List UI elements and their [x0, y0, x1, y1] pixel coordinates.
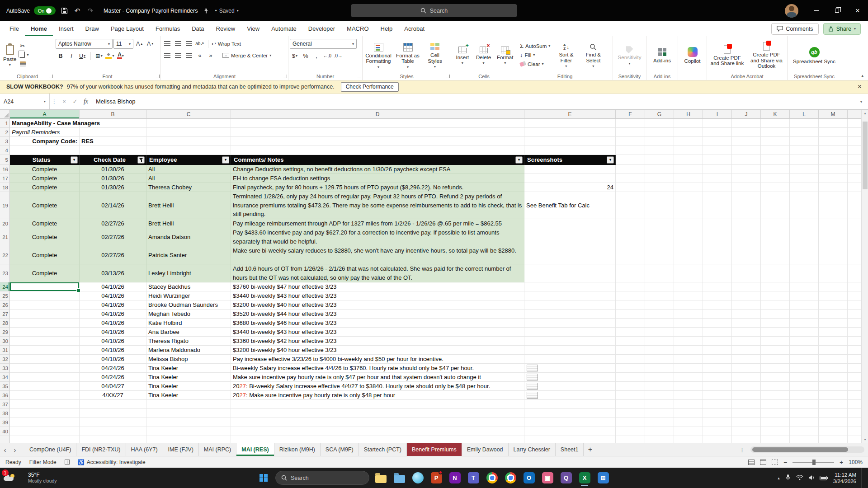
cell-C28[interactable]: Katie Holbird	[146, 319, 231, 328]
cell-H16[interactable]	[674, 165, 703, 174]
cell-G39[interactable]	[645, 418, 674, 427]
shrink-font-button[interactable]: A▾	[145, 39, 155, 49]
cell-C1[interactable]	[146, 119, 231, 128]
cell-M40[interactable]	[819, 427, 848, 436]
cell-D20[interactable]: Pay mileage reimbursement through ADP fo…	[231, 219, 524, 228]
cell-G36[interactable]	[645, 391, 674, 400]
cell-F26[interactable]	[616, 300, 645, 310]
row-header-3[interactable]: 3	[0, 137, 10, 146]
ribbon-tab-draw[interactable]: Draw	[80, 21, 105, 36]
row-header-40[interactable]: 40	[0, 427, 10, 436]
cell-M23[interactable]	[819, 264, 848, 282]
cell-C16[interactable]: All	[146, 165, 231, 174]
insert-function-button[interactable]: fx	[80, 98, 91, 105]
cell-D27[interactable]: $3520 bi-weekly $44 hour effective 3/23	[231, 310, 524, 319]
cell-M5[interactable]	[819, 155, 848, 165]
cell-C37[interactable]	[146, 400, 231, 409]
zoom-slider[interactable]	[793, 462, 834, 463]
cell-L3[interactable]	[790, 137, 819, 146]
restore-button[interactable]	[826, 0, 847, 21]
cell-J22[interactable]	[732, 246, 761, 264]
cell-A20[interactable]: Complete	[10, 219, 80, 228]
row-header-32[interactable]: 32	[0, 355, 10, 364]
sheet-tab-compone-u4f[interactable]: CompOne (U4F)	[24, 443, 76, 456]
cell-D29[interactable]: $3440 bi-weekly $43 hour effective 3/23	[231, 328, 524, 337]
cell-B17[interactable]: 01/30/26	[80, 174, 146, 183]
cell-E[interactable]	[524, 436, 616, 443]
cell-I22[interactable]	[703, 246, 732, 264]
cell-K1[interactable]	[761, 119, 790, 128]
cell-H36[interactable]	[674, 391, 703, 400]
cell-G31[interactable]	[645, 346, 674, 355]
cell-L1[interactable]	[790, 119, 819, 128]
name-box[interactable]: A24 ▾	[0, 94, 50, 109]
cell-B3[interactable]: RES	[80, 137, 146, 146]
row-header-27[interactable]: 27	[0, 310, 10, 319]
column-header-l[interactable]: L	[790, 110, 819, 119]
cell-F24[interactable]	[616, 282, 645, 291]
cell-F32[interactable]	[616, 355, 645, 364]
taskbar-icon-excel[interactable]: X	[577, 469, 592, 487]
cell-J27[interactable]	[732, 310, 761, 319]
cell-D17[interactable]: EH to change FSA deduction settings	[231, 174, 524, 183]
cell-I31[interactable]	[703, 346, 732, 355]
cell-E33[interactable]	[524, 364, 616, 373]
cell-I4[interactable]	[703, 146, 732, 155]
row-header-partial[interactable]	[0, 436, 10, 443]
cell-L40[interactable]	[790, 427, 819, 436]
cell-A19[interactable]: Complete	[10, 192, 80, 219]
cell-B24[interactable]: 04/10/26	[80, 282, 146, 291]
cell-C23[interactable]: Lesley Limbright	[146, 264, 231, 282]
copy-button[interactable]: ▾	[19, 51, 30, 60]
cell-F29[interactable]	[616, 328, 645, 337]
cell-J34[interactable]	[732, 373, 761, 382]
row-header-38[interactable]: 38	[0, 409, 10, 418]
cell-M2[interactable]	[819, 128, 848, 137]
cell-J32[interactable]	[732, 355, 761, 364]
cell-J23[interactable]	[732, 264, 761, 282]
row-header-18[interactable]: 18	[0, 183, 10, 192]
cell-I1[interactable]	[703, 119, 732, 128]
ribbon-tab-view[interactable]: View	[241, 21, 265, 36]
cell-B26[interactable]: 04/10/26	[80, 300, 146, 310]
cell-L[interactable]	[790, 436, 819, 443]
align-right-button[interactable]	[184, 51, 194, 60]
cell-G23[interactable]	[645, 264, 674, 282]
ribbon-tab-page-layout[interactable]: Page Layout	[105, 21, 150, 36]
cell-M30[interactable]	[819, 337, 848, 346]
cell-J17[interactable]	[732, 174, 761, 183]
cell-K3[interactable]	[761, 137, 790, 146]
ribbon-tab-macro[interactable]: MACRO	[341, 21, 374, 36]
font-dialog-launcher[interactable]	[156, 75, 160, 78]
cell-E16[interactable]	[524, 165, 616, 174]
cell-L22[interactable]	[790, 246, 819, 264]
cell-G4[interactable]	[645, 146, 674, 155]
insert-cells-button[interactable]: Insert▾	[453, 45, 472, 65]
save-status[interactable]: •Saved▾	[215, 8, 238, 14]
cell-I29[interactable]	[703, 328, 732, 337]
cell-G18[interactable]	[645, 183, 674, 192]
cell-A26[interactable]	[10, 300, 80, 310]
cell-A34[interactable]	[10, 373, 80, 382]
cell-styles-button[interactable]: Cell Styles▾	[423, 42, 447, 68]
sheet-tab-larry-chessler[interactable]: Larry Chessler	[509, 443, 556, 456]
cell-F2[interactable]	[616, 128, 645, 137]
cell-C19[interactable]: Brett Heill	[146, 192, 231, 219]
scroll-up-icon[interactable]: ▴	[862, 111, 868, 115]
close-button[interactable]: ×	[847, 0, 868, 21]
cell-A28[interactable]	[10, 319, 80, 328]
cell-D25[interactable]: $3440 bi-weekly $43 hour effective 3/23	[231, 291, 524, 300]
cell-K23[interactable]	[761, 264, 790, 282]
alignment-dialog-launcher[interactable]	[283, 75, 287, 78]
cell-I20[interactable]	[703, 219, 732, 228]
cell-G16[interactable]	[645, 165, 674, 174]
cell-D32[interactable]: Pay increase effective 3/23/26 to $4000 …	[231, 355, 524, 364]
cell-G35[interactable]	[645, 382, 674, 391]
column-header-k[interactable]: K	[761, 110, 790, 119]
horizontal-scrollbar[interactable]	[750, 446, 864, 453]
cell-J16[interactable]	[732, 165, 761, 174]
cell-J1[interactable]	[732, 119, 761, 128]
cell-M3[interactable]	[819, 137, 848, 146]
ribbon-tab-developer[interactable]: Developer	[302, 21, 341, 36]
cell-F19[interactable]	[616, 192, 645, 219]
